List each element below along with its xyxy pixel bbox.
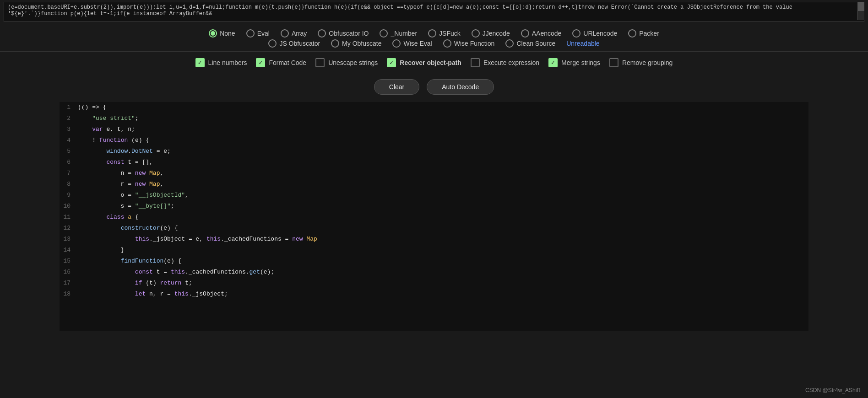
checkbox-remove-grouping[interactable]: Remove grouping xyxy=(609,58,673,67)
code-area: 1 (() => { 2 "use strict"; 3 var e, t, n… xyxy=(60,102,808,331)
radio-packer-label: Packer xyxy=(639,30,659,37)
line-num-9: 9 xyxy=(60,190,78,201)
radio-js-obfuscator-circle xyxy=(268,39,277,48)
code-line-13: 13 this._jsObject = e, this._cachedFunct… xyxy=(60,234,808,245)
radio-wise-eval-circle xyxy=(392,39,401,48)
checkbox-line-numbers-box xyxy=(195,58,205,67)
code-line-5: 5 window.DotNet = e; xyxy=(60,146,808,157)
line-num-7: 7 xyxy=(60,168,78,179)
line-code-11: class a { xyxy=(78,212,139,223)
radio-eval-circle xyxy=(246,29,255,38)
line-num-8: 8 xyxy=(60,179,78,190)
checkbox-recover-object-path[interactable]: Recover object-path xyxy=(387,58,461,67)
line-code-15: findFunction(e) { xyxy=(78,256,181,267)
checkbox-merge-strings-label: Merge strings xyxy=(561,59,600,66)
radio-jsfuck-circle xyxy=(428,29,436,38)
radio-urlencode[interactable]: URLencode xyxy=(572,29,617,38)
radio-wise-function[interactable]: Wise Function xyxy=(443,39,495,48)
radio-eval[interactable]: Eval xyxy=(246,29,270,38)
line-num-17: 17 xyxy=(60,278,78,289)
line-num-14: 14 xyxy=(60,245,78,256)
radio-wise-function-circle xyxy=(443,39,451,48)
checkbox-execute-expression-label: Execute expression xyxy=(483,59,539,66)
code-line-4: 4 ! function (e) { xyxy=(60,135,808,146)
checkbox-unescape-strings-label: Unescape strings xyxy=(328,59,378,66)
scrollbar-thumb xyxy=(858,2,864,11)
line-code-8: r = new Map, xyxy=(78,179,163,190)
button-row: Clear Auto Decode xyxy=(0,72,868,102)
line-code-2: "use strict"; xyxy=(78,113,139,124)
line-code-7: n = new Map, xyxy=(78,168,163,179)
code-line-17: 17 if (t) return t; xyxy=(60,278,808,289)
code-line-2: 2 "use strict"; xyxy=(60,113,808,124)
radio-row-2: JS Obfuscator My Obfuscate Wise Eval Wis… xyxy=(0,38,868,51)
auto-decode-button[interactable]: Auto Decode xyxy=(427,79,494,95)
line-code-16: const t = this._cachedFunctions.get(e); xyxy=(78,267,274,278)
radio-none[interactable]: None xyxy=(209,29,235,38)
checkbox-execute-expression[interactable]: Execute expression xyxy=(471,58,539,67)
checkbox-unescape-strings[interactable]: Unescape strings xyxy=(315,58,378,67)
radio-clean-source[interactable]: Clean Source xyxy=(505,39,555,48)
unreadable-link[interactable]: Unreadable xyxy=(566,40,599,47)
line-num-4: 4 xyxy=(60,135,78,146)
watermark: CSDN @Str4w_AShiR xyxy=(805,387,861,393)
radio-_number-circle xyxy=(380,29,388,38)
line-num-15: 15 xyxy=(60,256,78,267)
code-line-14: 14 } xyxy=(60,245,808,256)
radio-aaencode[interactable]: AAencode xyxy=(521,29,562,38)
radio-jsfuck[interactable]: JSFuck xyxy=(428,29,461,38)
line-num-16: 16 xyxy=(60,267,78,278)
radio-wise-eval[interactable]: Wise Eval xyxy=(392,39,432,48)
radio-jjencode[interactable]: JJencode xyxy=(472,29,510,38)
line-code-12: constructor(e) { xyxy=(78,223,178,234)
checkbox-line-numbers-label: Line numbers xyxy=(208,59,247,66)
checkbox-format-code-label: Format Code xyxy=(269,59,306,66)
code-line-9: 9 o = "__jsObjectId", xyxy=(60,190,808,201)
radio-_number[interactable]: _Number xyxy=(380,29,417,38)
line-num-11: 11 xyxy=(60,212,78,223)
radio-aaencode-circle xyxy=(521,29,529,38)
radio-urlencode-label: URLencode xyxy=(583,30,617,37)
line-code-14: } xyxy=(78,245,124,256)
divider xyxy=(0,51,868,52)
checkbox-unescape-strings-box xyxy=(315,58,325,67)
checkbox-merge-strings[interactable]: Merge strings xyxy=(548,58,600,67)
line-code-13: this._jsObject = e, this._cachedFunction… xyxy=(78,234,317,245)
code-line-10: 10 s = "__byte[]"; xyxy=(60,201,808,212)
code-line-16: 16 const t = this._cachedFunctions.get(e… xyxy=(60,267,808,278)
radio-clean-source-label: Clean Source xyxy=(516,40,555,47)
radio-wise-function-label: Wise Function xyxy=(454,40,495,47)
radio-my-obfuscate-label: My Obfuscate xyxy=(342,40,381,47)
radio-my-obfuscate[interactable]: My Obfuscate xyxy=(331,39,381,48)
line-num-3: 3 xyxy=(60,124,78,135)
line-num-1: 1 xyxy=(60,102,78,113)
checkbox-recover-object-path-box xyxy=(387,58,396,67)
radio-jsfuck-label: JSFuck xyxy=(439,30,461,37)
radio-row-1: None Eval Array Obfuscator IO _Number JS… xyxy=(0,26,868,38)
code-input[interactable]: (e=document.baseURI+e.substr(2)),import(… xyxy=(4,2,864,22)
radio-jjencode-circle xyxy=(472,29,480,38)
line-num-6: 6 xyxy=(60,157,78,168)
radio-obfuscator-io[interactable]: Obfuscator IO xyxy=(318,29,369,38)
line-num-18: 18 xyxy=(60,289,78,300)
checkbox-recover-object-path-label: Recover object-path xyxy=(400,59,461,66)
radio-obfuscator-io-circle xyxy=(318,29,326,38)
radio-packer[interactable]: Packer xyxy=(628,29,659,38)
line-code-17: if (t) return t; xyxy=(78,278,192,289)
line-num-13: 13 xyxy=(60,234,78,245)
checkbox-format-code[interactable]: Format Code xyxy=(256,58,306,67)
radio-js-obfuscator[interactable]: JS Obfuscator xyxy=(268,39,320,48)
radio-unreadable[interactable]: Unreadable xyxy=(566,40,599,47)
line-code-4: ! function (e) { xyxy=(78,135,149,146)
radio-jjencode-label: JJencode xyxy=(483,30,510,37)
line-code-10: s = "__byte[]"; xyxy=(78,201,174,212)
radio-aaencode-label: AAencode xyxy=(532,30,562,37)
checkbox-merge-strings-box xyxy=(548,58,558,67)
scrollbar[interactable] xyxy=(857,2,864,20)
radio-js-obfuscator-label: JS Obfuscator xyxy=(279,40,320,47)
radio-array[interactable]: Array xyxy=(281,29,307,38)
line-code-3: var e, t, n; xyxy=(78,124,135,135)
checkbox-line-numbers[interactable]: Line numbers xyxy=(195,58,247,67)
checkbox-execute-expression-box xyxy=(471,58,480,67)
clear-button[interactable]: Clear xyxy=(374,79,419,95)
